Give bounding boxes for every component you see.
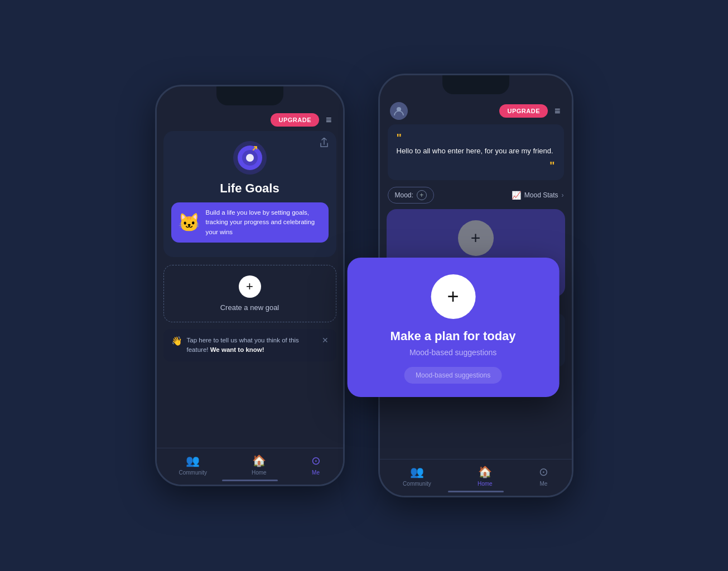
create-goal-plus: + — [239, 275, 261, 298]
life-goals-title: Life Goals — [220, 181, 279, 196]
floating-title: Make a plan for today — [390, 329, 516, 343]
floating-pill: Mood-based suggestions — [404, 367, 502, 384]
nav-me-label-2: Me — [539, 481, 547, 487]
nav-line-2 — [448, 491, 504, 492]
chart-icon: 📈 — [512, 191, 521, 200]
cat-emoji: 🐱 — [178, 212, 200, 233]
avatar[interactable] — [390, 102, 408, 120]
upgrade-button[interactable]: UPGRADE — [271, 113, 319, 127]
menu-icon[interactable]: ≡ — [326, 114, 333, 126]
home-icon-2: 🏠 — [478, 465, 492, 478]
phone1-header: UPGRADE ≡ — [157, 105, 343, 131]
mood-add-button[interactable]: + — [417, 190, 427, 200]
nav-home-label: Home — [252, 470, 267, 476]
home-icon: 🏠 — [252, 454, 266, 467]
chevron-right-icon: › — [562, 191, 564, 199]
plan-plus-circle: + — [458, 220, 494, 256]
mood-label: Mood: — [395, 191, 413, 199]
menu-icon-2[interactable]: ≡ — [555, 105, 562, 117]
nav-line — [222, 480, 278, 481]
nav-home[interactable]: 🏠 Home — [252, 454, 267, 476]
svg-point-3 — [246, 154, 254, 162]
nav-community-2[interactable]: 👥 Community — [403, 465, 431, 487]
community-icon: 👥 — [186, 454, 200, 467]
phone-1: UPGRADE ≡ — [155, 85, 345, 486]
nav-community-label-2: Community — [403, 481, 431, 487]
close-feedback-button[interactable]: ✕ — [322, 336, 329, 345]
me-icon: ⊙ — [311, 454, 321, 467]
quote-text: Hello to all who enter here, for you are… — [397, 146, 555, 157]
feedback-bold: We want to know! — [210, 346, 264, 353]
mood-stats-link[interactable]: 📈 Mood Stats › — [512, 191, 564, 200]
feedback-text: Tap here to tell us what you think of th… — [187, 336, 317, 355]
header-right: UPGRADE ≡ — [499, 104, 561, 118]
feedback-emoji: 👋 — [171, 336, 182, 346]
mood-row: Mood: + 📈 Mood Stats › — [388, 187, 564, 204]
floating-plan-card[interactable]: + Make a plan for today Mood-based sugge… — [347, 258, 559, 397]
bottom-nav-1: 👥 Community 🏠 Home ⊙ Me — [157, 448, 343, 485]
floating-subtitle: Mood-based suggestions — [409, 348, 496, 357]
floating-plus-circle: + — [431, 274, 475, 319]
scene: UPGRADE ≡ — [155, 74, 573, 497]
community-icon-2: 👥 — [410, 465, 424, 478]
mood-stats-label: Mood Stats — [524, 191, 558, 199]
phone2-header: UPGRADE ≡ — [380, 94, 572, 124]
feedback-box[interactable]: 👋 Tap here to tell us what you think of … — [163, 329, 336, 362]
quote-close: " — [397, 159, 555, 172]
nav-me-2[interactable]: ⊙ Me — [539, 465, 548, 487]
mood-pill[interactable]: Mood: + — [388, 187, 434, 204]
upgrade-button-2[interactable]: UPGRADE — [499, 104, 548, 118]
nav-home-label-2: Home — [478, 481, 493, 487]
nav-me-label: Me — [312, 470, 320, 476]
me-icon-2: ⊙ — [539, 465, 548, 478]
cat-description: Build a life you love by setting goals, … — [206, 208, 322, 237]
nav-home-2[interactable]: 🏠 Home — [478, 465, 493, 487]
cat-banner: 🐱 Build a life you love by setting goals… — [171, 202, 329, 243]
life-goals-hero: Life Goals 🐱 Build a life you love by se… — [163, 131, 336, 257]
nav-community[interactable]: 👥 Community — [179, 454, 207, 476]
phone-1-inner: UPGRADE ≡ — [157, 105, 343, 485]
bottom-nav-2: 👥 Community 🏠 Home ⊙ Me — [380, 459, 572, 496]
quote-box: " Hello to all who enter here, for you a… — [388, 124, 564, 180]
quote-open: " — [397, 132, 555, 143]
create-goal-box[interactable]: + Create a new goal — [163, 265, 336, 322]
nav-me[interactable]: ⊙ Me — [311, 454, 321, 476]
share-icon[interactable] — [320, 138, 329, 150]
create-goal-label: Create a new goal — [220, 303, 279, 312]
target-icon — [232, 140, 268, 176]
nav-community-label: Community — [179, 470, 207, 476]
hero-center: Life Goals 🐱 Build a life you love by se… — [171, 140, 329, 248]
